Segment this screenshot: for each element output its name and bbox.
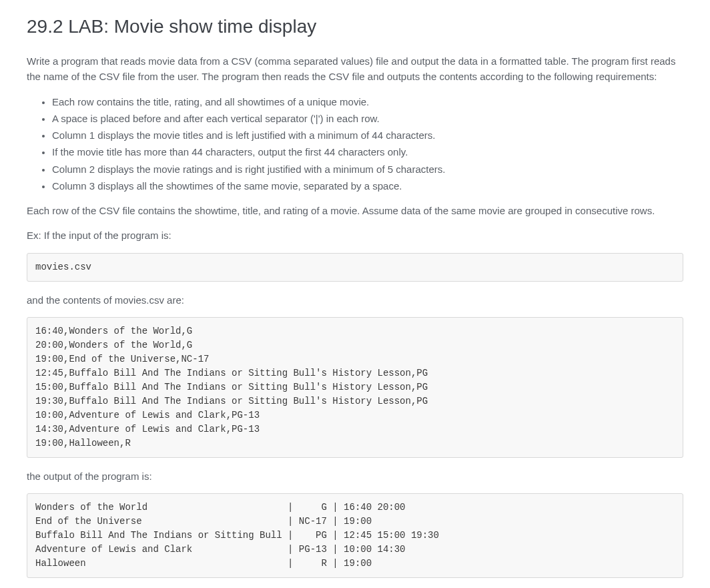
csv-note-paragraph: Each row of the CSV file contains the sh… (27, 203, 683, 218)
list-item: Column 1 displays the movie titles and i… (52, 127, 683, 143)
list-item: Each row contains the title, rating, and… (52, 94, 683, 109)
csv-code-block: 16:40,Wonders of the World,G 20:00,Wonde… (27, 317, 683, 458)
page-title: 29.2 LAB: Movie show time display (27, 16, 683, 37)
list-item: A space is placed before and after each … (52, 111, 683, 126)
input-code-block: movies.csv (27, 253, 683, 282)
list-item: Column 2 displays the movie ratings and … (52, 162, 683, 177)
output-label: the output of the program is: (27, 469, 683, 484)
contents-label: and the contents of movies.csv are: (27, 292, 683, 308)
example-label: Ex: If the input of the program is: (27, 228, 683, 243)
output-code-block: Wonders of the World | G | 16:40 20:00 E… (27, 493, 683, 578)
intro-paragraph: Write a program that reads movie data fr… (27, 53, 683, 85)
list-item: Column 3 displays all the showtimes of t… (52, 178, 683, 194)
requirements-list: Each row contains the title, rating, and… (27, 94, 683, 194)
list-item: If the movie title has more than 44 char… (52, 144, 683, 160)
